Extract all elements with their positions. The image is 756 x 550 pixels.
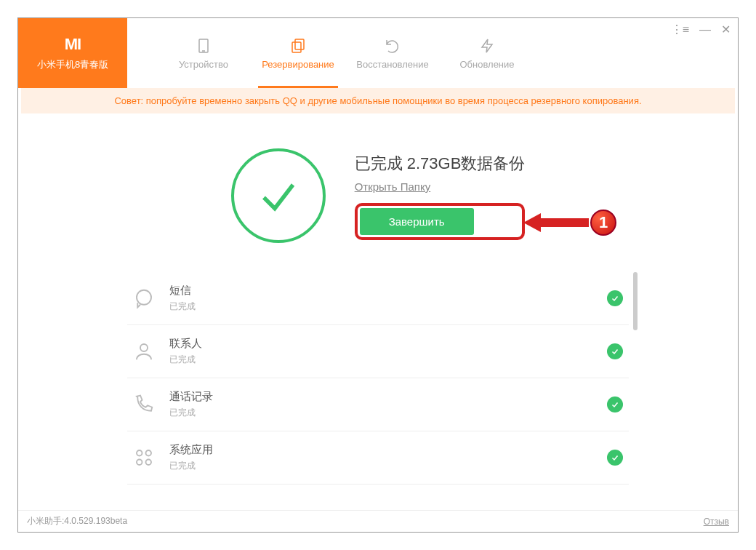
device-name: 小米手机8青春版 — [37, 58, 108, 71]
annotation-badge: 1 — [590, 210, 616, 236]
tip-bar: Совет: попробуйте временно закрыть QQ и … — [21, 88, 735, 113]
svg-rect-2 — [295, 39, 304, 49]
list-item: 联系人 已完成 — [127, 325, 629, 378]
list-item-title: 系统应用 — [169, 443, 607, 457]
svg-point-6 — [137, 450, 142, 456]
scrollbar[interactable] — [633, 272, 638, 330]
list-item-text: 短信 已完成 — [169, 284, 607, 313]
svg-point-7 — [146, 450, 152, 456]
list-item-title: 联系人 — [169, 337, 607, 351]
list-item-title: 通话记录 — [169, 390, 607, 404]
check-icon — [607, 290, 623, 306]
check-icon — [607, 450, 623, 466]
backup-item-list: 短信 已完成 联系人 已完成 通话记 — [127, 272, 629, 485]
annotation-arrow: 1 — [523, 210, 616, 236]
success-check-icon — [231, 148, 326, 243]
check-icon — [607, 396, 623, 412]
list-item-text: 联系人 已完成 — [169, 337, 607, 366]
tab-backup-label: Резервирование — [262, 59, 334, 70]
list-item-title: 短信 — [169, 284, 607, 298]
list-item-sub: 已完成 — [169, 407, 607, 419]
app-window: MI 小米手机8青春版 Устройство Резервирование — [17, 17, 739, 533]
footer: 小米助手:4.0.529.193beta Отзыв — [18, 510, 738, 532]
check-icon — [607, 343, 623, 359]
person-icon — [133, 340, 155, 362]
close-icon[interactable]: ✕ — [721, 24, 731, 36]
tab-backup[interactable]: Резервирование — [251, 18, 345, 88]
list-item: 通话记录 已完成 — [127, 378, 629, 431]
list-item-sub: 已完成 — [169, 354, 607, 366]
menu-icon[interactable]: ⋮≡ — [671, 24, 689, 36]
undo-icon — [384, 37, 401, 55]
message-icon — [133, 287, 155, 309]
status-text: 已完成 2.73GB数据备份 Открыть Папку Завершить — [355, 148, 526, 240]
svg-rect-3 — [292, 42, 301, 52]
tab-bar: Устройство Резервирование Восстановление… — [127, 18, 738, 88]
tablet-icon — [195, 37, 212, 55]
phone-icon — [133, 394, 155, 415]
svg-point-4 — [137, 290, 151, 305]
window-controls: ⋮≡ — ✕ — [671, 24, 731, 36]
header: MI 小米手机8青春版 Устройство Резервирование — [18, 18, 738, 88]
finish-button[interactable]: Завершить — [360, 208, 474, 235]
finish-highlight: Завершить — [355, 203, 526, 240]
list-item: 系统应用 已完成 — [127, 431, 629, 485]
tab-device-label: Устройство — [179, 59, 228, 70]
open-folder-link[interactable]: Открыть Папку — [355, 180, 526, 193]
tab-restore[interactable]: Восстановление — [345, 18, 440, 88]
tab-device[interactable]: Устройство — [156, 18, 251, 88]
minimize-icon[interactable]: — — [699, 24, 711, 36]
tab-update-label: Обновление — [459, 59, 514, 70]
svg-point-8 — [137, 460, 142, 466]
list-item: 短信 已完成 — [127, 272, 629, 325]
content: 已完成 2.73GB数据备份 Открыть Папку Завершить 短… — [18, 113, 738, 510]
list-item-text: 系统应用 已完成 — [169, 443, 607, 472]
list-item-text: 通话记录 已完成 — [169, 390, 607, 419]
svg-point-5 — [140, 344, 148, 351]
arrow-icon — [523, 213, 589, 232]
bolt-icon — [478, 37, 496, 55]
apps-icon — [133, 447, 155, 469]
list-item-sub: 已完成 — [169, 460, 607, 472]
svg-point-9 — [146, 460, 152, 466]
tab-update[interactable]: Обновление — [440, 18, 534, 88]
brand-block: MI 小米手机8青春版 — [18, 18, 127, 88]
feedback-link[interactable]: Отзыв — [704, 517, 729, 527]
status-title: 已完成 2.73GB数据备份 — [355, 153, 526, 175]
status-row: 已完成 2.73GB数据备份 Открыть Папку Завершить — [231, 148, 526, 243]
list-item-sub: 已完成 — [169, 300, 607, 313]
version-label: 小米助手:4.0.529.193beta — [27, 515, 127, 527]
copy-icon — [289, 37, 307, 55]
tab-restore-label: Восстановление — [356, 59, 428, 70]
mi-logo: MI — [65, 35, 81, 54]
